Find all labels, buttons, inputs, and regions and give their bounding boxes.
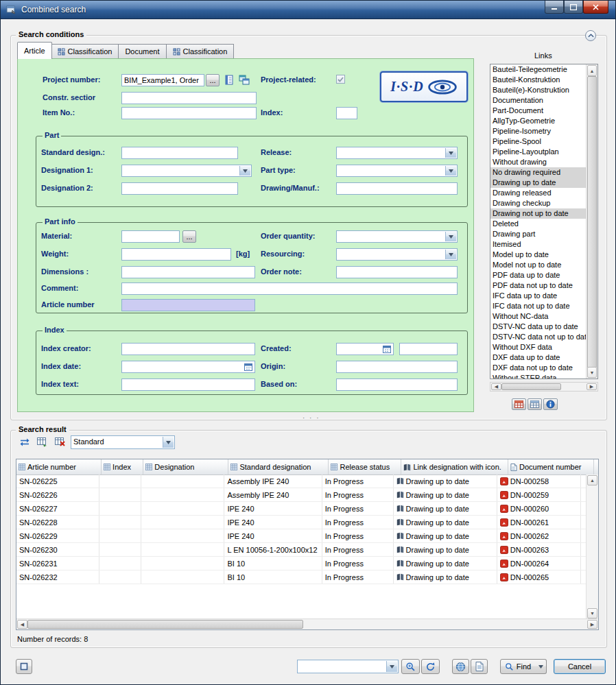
order-note-input[interactable] [336, 266, 458, 278]
links-list-item[interactable]: DSTV-NC data up to date [490, 322, 587, 332]
project-windows-button[interactable] [237, 73, 251, 86]
links-list-item[interactable]: Itemised [490, 239, 587, 250]
links-list-item[interactable]: Without drawing [490, 157, 587, 167]
web-search-button[interactable] [452, 659, 469, 674]
links-vertical-scrollbar[interactable]: ▲ ▼ [586, 64, 597, 378]
dimensions-input[interactable] [121, 266, 255, 278]
index-input[interactable] [336, 107, 357, 119]
table-horizontal-scrollbar[interactable]: ◀ ▶ [16, 618, 598, 629]
material-browse-button[interactable]: ... [182, 230, 196, 243]
links-list-item[interactable]: Documentation [490, 95, 587, 106]
weight-input[interactable] [121, 248, 231, 261]
tab-classification-2[interactable]: Classification [167, 44, 235, 59]
links-list-item[interactable]: Drawing released [490, 188, 587, 198]
column-header-standard-designation[interactable]: Standard designation [228, 459, 329, 474]
table-row[interactable]: SN-026232BI 10In ProgressDrawing up to d… [16, 570, 587, 584]
resourcing-select[interactable] [336, 248, 458, 261]
scroll-down-icon[interactable]: ▼ [587, 608, 597, 618]
links-list-item[interactable]: Drawing part [490, 229, 587, 239]
links-list-item[interactable]: Pipeline-Layoutplan [490, 147, 587, 157]
comment-input[interactable] [121, 283, 458, 295]
created-date-input[interactable] [336, 343, 394, 355]
scroll-right-icon[interactable]: ▶ [587, 383, 597, 390]
links-list-item[interactable]: Bauteil(e)-Konstruktion [490, 85, 587, 95]
links-list-item[interactable]: Bauteil-Konstruktion [490, 75, 587, 85]
links-list-item[interactable]: Model not up to date [490, 260, 587, 270]
table-row[interactable]: SN-026230L EN 10056-1-200x100x12In Progr… [16, 543, 587, 557]
result-layout-select[interactable]: Standard [71, 435, 175, 449]
new-document-button[interactable] [471, 659, 488, 674]
origin-input[interactable] [336, 361, 458, 373]
column-header-link-designation[interactable]: Link designation with icon. [401, 459, 508, 474]
links-list-item[interactable]: IFC data up to date [490, 291, 587, 301]
cancel-button[interactable]: Cancel [554, 659, 606, 674]
links-list-item[interactable]: DXF data up to date [490, 352, 587, 363]
links-list-item[interactable]: Without STEP data [490, 373, 587, 378]
close-button[interactable] [583, 1, 608, 14]
links-list-item[interactable]: Pipeline-Spool [490, 136, 587, 147]
links-list-item[interactable]: IFC data not up to date [490, 301, 587, 311]
column-header-article-number[interactable]: Article number [16, 459, 102, 474]
links-list-item[interactable]: Bauteil-Teilegeometrie [490, 64, 587, 75]
order-quantity-select[interactable] [336, 230, 458, 243]
constr-section-input[interactable] [121, 92, 257, 104]
scroll-left-icon[interactable]: ◀ [17, 620, 27, 629]
tab-document[interactable]: Document [119, 44, 166, 59]
material-input[interactable] [121, 230, 180, 243]
table-row[interactable]: SN-026228IPE 240In ProgressDrawing up to… [16, 516, 587, 529]
project-browse-button[interactable]: ... [206, 74, 220, 86]
column-header-designation[interactable]: Designation [143, 459, 228, 474]
links-list-item[interactable]: DSTV-NC data not up to date [490, 332, 587, 342]
refresh-results-button[interactable] [17, 435, 32, 449]
tab-classification-1[interactable]: Classification [51, 44, 119, 59]
links-horizontal-scrollbar[interactable]: ◀ ▶ [490, 382, 598, 392]
index-text-input[interactable] [121, 378, 255, 391]
table-row[interactable]: SN-026225Assembly IPE 240In ProgressDraw… [16, 474, 587, 488]
table-row[interactable]: SN-026229IPE 240In ProgressDrawing up to… [16, 529, 587, 543]
project-related-checkbox[interactable] [336, 75, 345, 84]
calendar-icon[interactable] [244, 363, 253, 372]
designation2-input[interactable] [121, 182, 238, 195]
scroll-up-icon[interactable]: ▲ [587, 65, 597, 76]
designation1-select[interactable] [121, 165, 252, 177]
links-list-item[interactable]: Part-Document [490, 106, 587, 116]
article-number-input[interactable] [121, 299, 255, 311]
links-hscroll-thumb[interactable] [501, 383, 561, 390]
save-search-button[interactable] [401, 659, 420, 674]
links-list-item[interactable]: Model up to date [490, 250, 587, 260]
scroll-left-icon[interactable]: ◀ [491, 383, 501, 390]
table-row[interactable]: SN-026231BI 10In ProgressDrawing up to d… [16, 557, 587, 570]
links-list-item[interactable]: AllgTyp-Geometrie [490, 116, 587, 126]
links-list-item[interactable]: Pipeline-Isometry [490, 126, 587, 136]
minimize-button[interactable] [545, 1, 564, 14]
calendar-icon[interactable] [383, 345, 392, 354]
links-scroll-thumb[interactable] [587, 76, 597, 368]
table-row[interactable]: SN-026227IPE 240In ProgressDrawing up to… [16, 502, 587, 516]
links-list-item[interactable]: No drawing required [490, 167, 587, 178]
based-on-input[interactable] [336, 378, 458, 391]
column-header-release-status[interactable]: Release status [329, 459, 401, 474]
links-list-item[interactable]: Drawing up to date [490, 178, 587, 188]
reset-search-button[interactable] [421, 659, 440, 674]
column-header-index[interactable]: Index [102, 459, 143, 474]
links-list-item[interactable]: Drawing not up to date [490, 208, 587, 219]
index-date-input[interactable] [121, 361, 255, 373]
links-list-item[interactable]: Drawing checkup [490, 198, 587, 208]
links-list-item[interactable]: Without NC-data [490, 311, 587, 322]
scroll-up-icon[interactable]: ▲ [587, 475, 597, 485]
links-list-item[interactable]: Deleted [490, 219, 587, 229]
keep-dialog-button[interactable] [16, 659, 32, 674]
part-type-select[interactable] [336, 165, 458, 177]
table-row[interactable]: SN-026226Assembly IPE 240In ProgressDraw… [16, 488, 587, 502]
info-button[interactable] [543, 398, 558, 410]
links-list-item[interactable]: PDF data up to date [490, 270, 587, 280]
release-select[interactable] [336, 147, 458, 159]
tab-article[interactable]: Article [17, 42, 52, 59]
item-no-input[interactable] [121, 107, 257, 119]
saved-search-select[interactable] [297, 660, 399, 673]
column-header-document-number[interactable]: Document number [508, 459, 594, 474]
export-results-button[interactable] [35, 435, 50, 449]
find-button[interactable]: Find [500, 659, 536, 674]
index-creator-input[interactable] [121, 343, 255, 355]
clear-results-button[interactable] [53, 435, 68, 449]
